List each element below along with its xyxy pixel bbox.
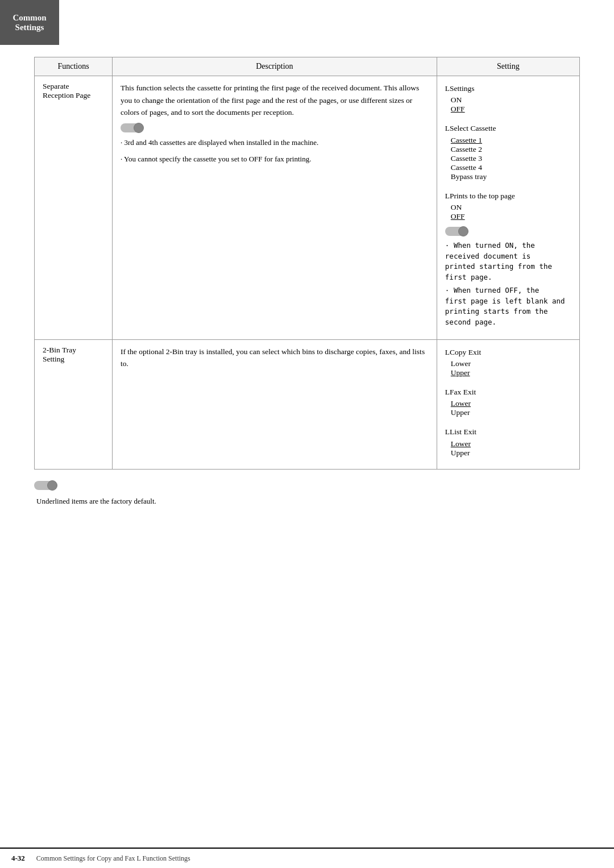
col-header-setting: Setting <box>437 57 579 76</box>
content-area: Functions Description Setting SeparateRe… <box>0 0 614 540</box>
option-cassette1[interactable]: Cassette 1 <box>451 136 571 145</box>
option-off-1a[interactable]: OFF <box>451 105 571 114</box>
settings-label-list: LList Exit <box>445 425 571 439</box>
toggle-bottom[interactable] <box>34 481 580 490</box>
setting-note-off-3: printing starts from the <box>445 306 571 317</box>
settings-notes-1: · When turned ON, the received document … <box>445 240 571 328</box>
settings-group-copy: LCopy Exit Lower Upper <box>445 346 571 377</box>
settings-group-1b: LSelect Cassette Cassette 1 Cassette 2 C… <box>445 122 571 181</box>
footer-page: 4-32 <box>11 854 25 863</box>
settings-label-fax: LFax Exit <box>445 385 571 399</box>
toggle-track-1c[interactable] <box>445 227 468 236</box>
header-title: Common Settings <box>13 13 46 32</box>
description-note-1b: · You cannot specify the cassette you se… <box>121 153 429 165</box>
table-row: 2-Bin TraySetting If the optional 2-Bin … <box>35 339 580 469</box>
setting-note-off-4: second page. <box>445 317 571 328</box>
description-main-2: If the optional 2-Bin tray is installed,… <box>121 346 429 370</box>
toggle-track-bottom[interactable] <box>34 481 57 490</box>
settings-label-1b: LSelect Cassette <box>445 122 571 135</box>
setting-note-off-2: first page is left blank and <box>445 296 571 307</box>
footnote: Underlined items are the factory default… <box>34 497 580 506</box>
description-cell-1: This function selects the cassette for p… <box>113 76 437 340</box>
toggle-1[interactable] <box>121 123 429 132</box>
function-cell-2: 2-Bin TraySetting <box>35 339 113 469</box>
option-copy-lower[interactable]: Lower <box>451 359 571 368</box>
settings-options-1b: Cassette 1 Cassette 2 Cassette 3 Cassett… <box>445 136 571 181</box>
setting-note-on-3: printed starting from the <box>445 261 571 272</box>
header-tab: Common Settings <box>0 0 59 45</box>
settings-options-copy: Lower Upper <box>445 359 571 377</box>
toggle-track-1[interactable] <box>121 123 143 132</box>
option-cassette3[interactable]: Cassette 3 <box>451 154 571 163</box>
description-main-1: This function selects the cassette for p… <box>121 82 429 119</box>
settings-table: Functions Description Setting SeparateRe… <box>34 57 580 470</box>
col-header-functions: Functions <box>35 57 113 76</box>
description-note-1a: · 3rd and 4th cassettes are displayed wh… <box>121 137 429 149</box>
settings-group-list: LList Exit Lower Upper <box>445 425 571 457</box>
settings-label-1a: LSettings <box>445 82 571 95</box>
option-fax-upper[interactable]: Upper <box>451 408 571 417</box>
description-cell-2: If the optional 2-Bin tray is installed,… <box>113 339 437 469</box>
setting-note-on-2: received document is <box>445 251 571 262</box>
footer-breadcrumb: Common Settings for Copy and Fax L Funct… <box>36 854 190 863</box>
settings-label-copy: LCopy Exit <box>445 346 571 359</box>
table-row: SeparateReception Page This function sel… <box>35 76 580 340</box>
option-cassette4[interactable]: Cassette 4 <box>451 163 571 172</box>
option-cassette2[interactable]: Cassette 2 <box>451 145 571 154</box>
toggle-1c[interactable] <box>445 227 571 236</box>
settings-group-1a: LSettings ON OFF <box>445 82 571 114</box>
settings-options-1c: ON OFF <box>445 203 571 221</box>
col-header-description: Description <box>113 57 437 76</box>
toggle-area-1 <box>121 123 429 132</box>
settings-options-fax: Lower Upper <box>445 399 571 417</box>
toggle-thumb-1c <box>458 226 468 236</box>
option-copy-upper[interactable]: Upper <box>451 368 571 377</box>
page: Common Settings Functions Description Se… <box>0 0 614 868</box>
setting-note-off: · When turned OFF, the <box>445 285 571 296</box>
option-off-1c[interactable]: OFF <box>451 212 571 221</box>
setting-note-on-4: first page. <box>445 272 571 283</box>
footer-bar: 4-32 Common Settings for Copy and Fax L … <box>0 848 614 868</box>
option-fax-lower[interactable]: Lower <box>451 399 571 408</box>
setting-cell-1: LSettings ON OFF LSelect Cassette Casset… <box>437 76 579 340</box>
option-on-1c[interactable]: ON <box>451 203 571 212</box>
function-name-2: 2-Bin TraySetting <box>43 346 76 363</box>
option-list-lower[interactable]: Lower <box>451 439 571 448</box>
option-on-1a[interactable]: ON <box>451 95 571 105</box>
option-bypass[interactable]: Bypass tray <box>451 172 571 181</box>
settings-label-1c: LPrints to the top page <box>445 189 571 203</box>
setting-cell-2: LCopy Exit Lower Upper LFax Exit Lower <box>437 339 579 469</box>
settings-group-1c: LPrints to the top page ON OFF <box>445 189 571 221</box>
function-name-1: SeparateReception Page <box>43 82 90 99</box>
option-list-upper[interactable]: Upper <box>451 448 571 458</box>
function-cell-1: SeparateReception Page <box>35 76 113 340</box>
toggle-area-1c <box>445 227 571 236</box>
settings-options-1a: ON OFF <box>445 95 571 114</box>
toggle-thumb-1 <box>134 123 144 133</box>
toggle-thumb-bottom <box>47 480 57 491</box>
settings-options-list: Lower Upper <box>445 439 571 458</box>
setting-note-on: · When turned ON, the <box>445 240 571 251</box>
settings-group-fax: LFax Exit Lower Upper <box>445 385 571 417</box>
